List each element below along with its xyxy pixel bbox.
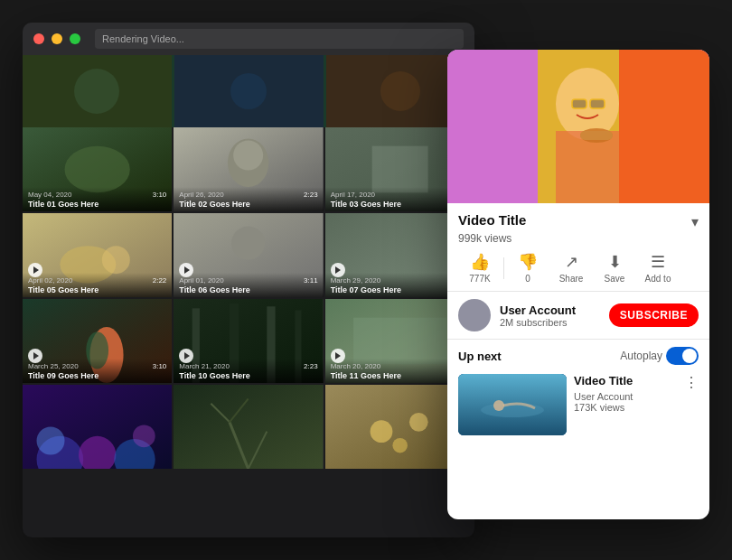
svg-point-6 [380,71,420,111]
svg-rect-63 [572,99,587,108]
share-label: Share [559,274,584,284]
dislike-icon: 👎 [518,252,538,272]
like-count: 777K [469,274,490,284]
video-title-0: Title 01 Goes Here [28,200,166,209]
next-video-title: Video Title [574,374,677,389]
video-duration-4: 3:11 [304,276,318,285]
browser-titlebar: Rendering Video... [23,23,474,55]
video-cell-1[interactable]: April 26, 2020 2:23 Title 02 Goes Here [174,127,323,211]
video-duration-3: 2:22 [153,276,167,285]
next-video-info: Video Title User Account 173K views [574,374,677,413]
video-title-1: Title 02 Goes Here [179,200,317,209]
svg-rect-16 [371,146,427,193]
video-date-5: March 29, 2020 [331,276,381,285]
svg-point-23 [231,226,265,259]
play-button-8[interactable] [331,349,345,363]
video-duration-0: 3:10 [153,191,167,199]
video-overlay-3: April 02, 2020 2:22 Title 05 Goes Here [23,273,172,297]
video-overlay-1: April 26, 2020 2:23 Title 02 Goes Here [174,187,323,211]
svg-rect-66 [580,131,613,140]
browser-content: May 04, 2020 3:10 Title 01 Goes Here [23,55,474,537]
video-date-1: April 26, 2020 [179,191,223,199]
yt-channel-row: User Account 2M subscribers SUBSCRIBE [447,292,709,340]
like-icon: 👍 [470,252,490,272]
play-button-3[interactable] [28,263,42,277]
svg-point-13 [233,140,263,170]
video-title-4: Title 06 Goes Here [179,285,317,294]
video-overlay-7: March 21, 2020 2:23 Title 10 Goes Here [174,359,323,383]
video-date-8: March 20, 2020 [331,362,381,370]
video-duration-1: 2:23 [304,191,318,199]
svg-rect-64 [590,99,605,108]
channel-avatar[interactable] [458,299,491,331]
next-video-menu-icon[interactable]: ⋮ [684,374,699,391]
traffic-light-red[interactable] [33,33,44,44]
video-date-4: April 01, 2020 [179,276,223,285]
play-button-5[interactable] [331,263,345,277]
traffic-light-green[interactable] [70,33,80,44]
scene: Rendering Video... [23,23,709,537]
yt-save-button[interactable]: ⬇ Save [593,252,636,284]
video-overlay-4: April 01, 2020 3:11 Title 06 Goes Here [174,273,323,297]
upnext-label: Up next [458,350,502,363]
channel-name[interactable]: User Account [500,303,609,317]
subscribe-button[interactable]: SUBSCRIBE [609,303,699,327]
svg-rect-62 [556,131,619,203]
yt-next-video-item[interactable]: Video Title User Account 173K views ⋮ [447,369,709,441]
yt-action-bar: 👍 777K 👎 0 ↗ Share ⬇ Save ☰ Add to [447,245,709,292]
svg-rect-58 [447,50,538,203]
video-cell-10[interactable] [174,385,323,469]
hero-top-video [23,55,474,127]
video-date-2: April 17, 2020 [331,191,375,199]
browser-url-bar[interactable]: Rendering Video... [95,29,464,49]
share-icon: ↗ [565,252,578,272]
yt-like-button[interactable]: 👍 777K [458,252,502,284]
yt-video-title: Video Title [458,212,684,228]
svg-point-20 [102,246,130,274]
dislike-count: 0 [525,274,530,284]
video-cell-9[interactable] [23,385,172,469]
next-video-channel: User Account [574,391,677,402]
video-date-7: March 21, 2020 [179,362,230,370]
save-label: Save [605,274,625,284]
addto-label: Add to [645,274,671,284]
yt-addto-button[interactable]: ☰ Add to [636,252,680,284]
yt-video-info: Video Title ▾ 999k views [447,203,709,245]
video-duration-7: 2:23 [304,362,318,370]
autoplay-label: Autoplay [620,350,662,362]
yt-dislike-button[interactable]: 👎 0 [506,252,549,284]
video-cell-4[interactable]: April 01, 2020 3:11 Title 06 Goes Here [174,213,323,297]
traffic-light-yellow[interactable] [52,33,62,44]
video-title-3: Title 05 Goes Here [28,285,166,294]
video-date-3: April 02, 2020 [28,276,72,285]
svg-point-70 [493,400,504,411]
channel-info: User Account 2M subscribers [500,303,609,328]
video-overlay-0: May 04, 2020 3:10 Title 01 Goes Here [23,187,172,211]
url-text: Rendering Video... [102,33,184,44]
video-title-6: Title 09 Goes Here [28,371,166,380]
video-cell-0[interactable]: May 04, 2020 3:10 Title 01 Goes Here [23,127,172,211]
autoplay-row: Autoplay [620,347,699,365]
svg-rect-38 [353,318,446,365]
browser-window: Rendering Video... [23,23,474,537]
save-icon: ⬇ [608,252,622,272]
svg-point-45 [133,425,155,447]
svg-point-54 [370,420,392,443]
video-cell-7[interactable]: March 21, 2020 2:23 Title 10 Goes Here [174,299,323,383]
autoplay-toggle[interactable] [666,347,699,365]
video-title-7: Title 10 Goes Here [179,371,317,380]
video-duration-6: 3:10 [153,362,167,370]
youtube-panel: Video Title ▾ 999k views 👍 777K 👎 0 ↗ Sh… [447,50,709,519]
yt-expand-icon[interactable]: ▾ [691,213,699,230]
play-button-6[interactable] [28,349,42,363]
subscriber-count: 2M subscribers [500,317,609,328]
svg-point-61 [556,68,619,140]
action-divider-1 [503,257,504,279]
svg-point-9 [65,146,130,193]
yt-upnext-row: Up next Autoplay [447,340,709,369]
yt-share-button[interactable]: ↗ Share [549,252,593,284]
video-cell-6[interactable]: March 25, 2020 3:10 Title 09 Goes Here [23,299,172,383]
video-cell-3[interactable]: April 02, 2020 2:22 Title 05 Goes Here [23,213,172,297]
yt-video-thumbnail[interactable] [447,50,709,203]
video-date-0: May 04, 2020 [28,191,71,199]
